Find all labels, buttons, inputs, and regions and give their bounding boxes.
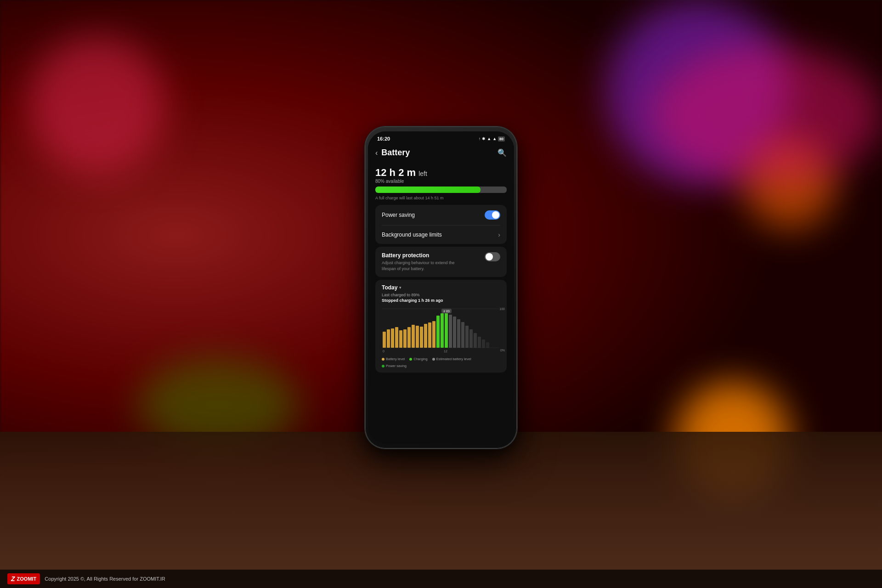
charge-info: A full charge will last about 14 h 51 m	[375, 196, 507, 200]
svg-rect-30	[478, 337, 481, 348]
chart-period[interactable]: Today	[382, 284, 397, 291]
page-title: Battery	[381, 148, 410, 158]
power-saving-label: Power saving	[382, 212, 415, 218]
chevron-right-icon: ›	[498, 231, 500, 238]
svg-text:0: 0	[383, 350, 384, 352]
toggle-knob-2	[486, 253, 493, 260]
legend-label-estimated: Estimated battery level	[436, 357, 471, 361]
signal-icon: ▲	[487, 136, 491, 141]
phone-body: 16:20 ↑ ✱ ▲ ▲ 80 ‹ Battery 🔍	[365, 127, 517, 448]
battery-protection-card: Battery protection Adjust charging behav…	[375, 247, 507, 277]
svg-rect-6	[391, 328, 394, 348]
svg-rect-23	[449, 315, 452, 348]
battery-chart-card: Today ▾ Last charged to 89% Stopped char…	[375, 280, 507, 373]
legend-battery-level: Battery level	[382, 357, 405, 361]
zoomit-brand-text: ZOOMIT	[17, 576, 37, 582]
battery-icon: 80	[498, 136, 505, 141]
chart-legend: Battery level Charging Estimated battery…	[382, 357, 500, 368]
legend-dot-battery	[382, 358, 384, 361]
svg-rect-16	[432, 321, 435, 348]
battery-protection-title: Battery protection	[382, 252, 464, 259]
status-icons: ↑ ✱ ▲ ▲ 80	[479, 136, 505, 141]
legend-label-charging: Charging	[413, 357, 427, 361]
chart-svg: 100 0%	[382, 306, 506, 352]
svg-rect-12	[416, 326, 419, 348]
dropdown-arrow-icon: ▾	[399, 285, 401, 290]
legend-dot-estimated	[432, 358, 435, 361]
legend-dot-charging	[409, 358, 412, 361]
svg-rect-9	[403, 329, 407, 348]
svg-rect-14	[424, 324, 427, 348]
table-surface	[0, 432, 882, 588]
svg-rect-27	[465, 326, 469, 348]
app-bar: ‹ Battery 🔍	[368, 144, 514, 161]
svg-rect-32	[486, 342, 489, 348]
legend-label-battery: Battery level	[386, 357, 405, 361]
svg-rect-10	[407, 327, 411, 348]
background-usage-row[interactable]: Background usage limits ›	[375, 226, 507, 244]
svg-rect-15	[428, 322, 431, 348]
svg-rect-13	[420, 327, 423, 348]
svg-rect-8	[399, 330, 402, 348]
power-saving-card: Power saving Background usage limits ›	[375, 205, 507, 244]
battery-available: 80% available	[375, 179, 507, 184]
legend-label-powersave: Power saving	[386, 364, 407, 368]
battery-protection-toggle[interactable]	[485, 252, 500, 261]
battery-protection-header: Battery protection Adjust charging behav…	[382, 252, 500, 271]
battery-time-display: 12 h 2 m left	[375, 167, 507, 179]
watermark-bar: Z ZOOMIT Copyright 2025 ©, All Rights Re…	[0, 570, 882, 588]
legend-dot-powersave	[382, 365, 384, 368]
legend-power-saving: Power saving	[382, 364, 407, 368]
svg-rect-19	[445, 312, 448, 348]
status-time: 16:20	[377, 136, 390, 141]
legend-charging: Charging	[409, 357, 427, 361]
chart-last-charged: Last charged to 89%	[382, 293, 500, 297]
svg-rect-24	[453, 317, 456, 348]
upload-icon: ↑	[479, 136, 481, 141]
battery-protection-desc: Adjust charging behaviour to extend the …	[382, 260, 464, 271]
svg-rect-4	[383, 332, 386, 348]
svg-rect-5	[387, 329, 390, 348]
power-saving-toggle[interactable]	[485, 210, 500, 220]
phone-screen: 16:20 ↑ ✱ ▲ ▲ 80 ‹ Battery 🔍	[368, 131, 514, 444]
status-bar: 16:20 ↑ ✱ ▲ ▲ 80	[368, 131, 514, 144]
chart-stopped-charging: Stopped charging 1 h 26 m ago	[382, 298, 500, 303]
bokeh-light-1	[28, 37, 165, 175]
svg-rect-17	[436, 316, 440, 348]
svg-text:12: 12	[444, 350, 447, 352]
copyright-text: Copyright 2025 ©, All Rights Reserved fo…	[45, 576, 165, 582]
back-button[interactable]: ‹	[375, 149, 378, 157]
battery-chart: 100 0%	[382, 306, 500, 354]
svg-rect-28	[469, 329, 473, 348]
background-usage-label: Background usage limits	[382, 232, 442, 238]
svg-rect-29	[474, 333, 477, 348]
svg-rect-18	[441, 313, 444, 348]
svg-rect-26	[461, 322, 464, 348]
battery-time-suffix: left	[418, 170, 427, 177]
app-bar-left: ‹ Battery	[375, 148, 410, 158]
power-saving-row[interactable]: Power saving	[375, 205, 507, 225]
svg-text:0%: 0%	[500, 349, 505, 352]
battery-progress-bar	[375, 187, 507, 193]
zoomit-z-letter: Z	[11, 575, 15, 582]
svg-rect-11	[412, 325, 415, 348]
svg-rect-31	[482, 339, 485, 348]
battery-protection-text: Battery protection Adjust charging behav…	[382, 252, 464, 271]
legend-estimated: Estimated battery level	[432, 357, 471, 361]
battery-time-section: 12 h 2 m left 80% available	[375, 167, 507, 184]
toggle-knob	[492, 211, 499, 219]
svg-rect-7	[395, 327, 398, 348]
battery-progress-fill	[375, 187, 481, 193]
phone-device: 16:20 ↑ ✱ ▲ ▲ 80 ‹ Battery 🔍	[365, 127, 517, 448]
battery-content: 12 h 2 m left 80% available A full charg…	[368, 161, 514, 378]
svg-text:# 89: # 89	[443, 310, 450, 313]
chart-header: Today ▾	[382, 284, 500, 291]
search-icon[interactable]: 🔍	[498, 148, 507, 157]
bluetooth-icon: ✱	[482, 136, 486, 141]
wifi-icon: ▲	[492, 136, 497, 141]
svg-rect-25	[457, 319, 460, 348]
bokeh-light-6	[652, 46, 882, 184]
battery-hours-minutes: 12 h 2 m	[375, 167, 418, 178]
svg-text:100: 100	[499, 307, 505, 311]
zoomit-logo: Z ZOOMIT	[7, 573, 40, 584]
